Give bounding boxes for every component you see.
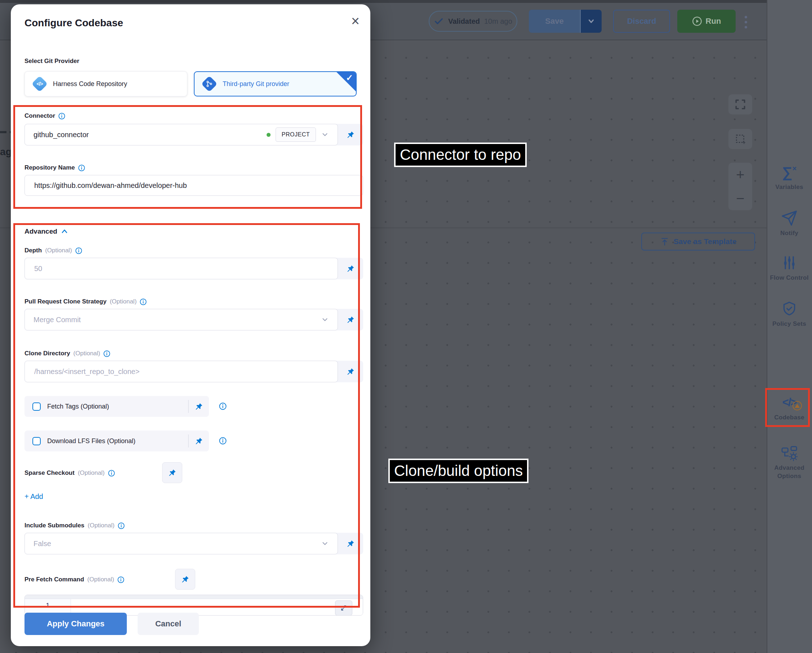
info-icon[interactable] (75, 247, 82, 254)
more-options-menu[interactable] (742, 13, 750, 31)
depth-input[interactable] (34, 264, 329, 273)
save-as-template-button[interactable]: Save as Template (641, 233, 755, 251)
zoom-in-button[interactable]: + (736, 163, 744, 186)
scope-badge: PROJECT (276, 128, 316, 142)
sidebar-item-variables[interactable]: ∑× Variables (766, 163, 812, 191)
advanced-section-toggle[interactable]: Advanced (24, 227, 68, 236)
validated-label: Validated (448, 17, 480, 26)
chevron-down-icon (321, 540, 329, 548)
discard-button[interactable]: Discard (613, 10, 670, 33)
chevron-down-icon (587, 17, 595, 25)
fetch-tags-checkbox[interactable] (32, 402, 41, 411)
sidebar-item-flow-control[interactable]: Flow Control (766, 253, 812, 282)
run-button[interactable]: Run (677, 10, 736, 33)
include-submodules-label: Include Submodules (24, 522, 84, 529)
connector-select[interactable]: github_connector PROJECT (24, 124, 338, 145)
sidebar-item-policy-sets[interactable]: Policy Sets (766, 300, 812, 328)
sidebar-item-label: Policy Sets (769, 320, 809, 328)
download-lfs-label: Download LFS Files (Optional) (47, 437, 188, 445)
harness-code-icon: </> (31, 76, 48, 92)
pr-clone-strategy-pin-button[interactable] (338, 309, 363, 330)
pr-clone-strategy-label: Pull Request Clone Strategy (24, 298, 107, 305)
optional-hint: (Optional) (73, 350, 101, 357)
fullscreen-button[interactable] (728, 94, 752, 114)
sidebar-item-advanced-options[interactable]: Advanced Options (766, 443, 812, 480)
sidebar-item-label: Variables (769, 183, 809, 191)
download-lfs-checkbox[interactable] (32, 437, 41, 445)
zoom-out-button[interactable]: − (736, 186, 744, 210)
validated-status-pill: Validated 10m ago (429, 11, 517, 32)
clone-directory-input[interactable] (34, 367, 329, 376)
info-icon[interactable] (140, 298, 147, 305)
connector-label: Connector (24, 112, 55, 120)
expand-icon (340, 605, 347, 611)
zoom-controls: + − (728, 163, 752, 210)
connector-label-row: Connector (24, 112, 65, 120)
save-button[interactable]: Save (529, 10, 581, 33)
pin-icon (346, 540, 354, 548)
include-submodules-label-row: Include Submodules (Optional) (24, 522, 125, 529)
save-dropdown-button[interactable] (581, 10, 601, 33)
optional-hint: (Optional) (45, 247, 72, 254)
editor-expand-button[interactable] (335, 600, 352, 616)
include-submodules-pin-button[interactable] (338, 533, 363, 554)
info-icon[interactable] (104, 350, 110, 357)
repository-name-input[interactable] (34, 181, 354, 190)
marquee-select-button[interactable] (728, 129, 752, 149)
pre-fetch-command-label-row: Pre Fetch Command (Optional) (24, 576, 124, 583)
info-icon[interactable] (219, 402, 227, 410)
depth-pin-button[interactable] (338, 258, 363, 279)
pr-clone-strategy-value: Merge Commit (34, 316, 316, 324)
info-icon[interactable] (58, 113, 65, 120)
upload-icon (660, 237, 669, 246)
depth-label-row: Depth (Optional) (24, 247, 82, 254)
sidebar-item-notify[interactable]: Notify (766, 209, 812, 237)
info-icon[interactable] (108, 470, 115, 476)
info-icon[interactable] (78, 164, 85, 171)
cancel-button[interactable]: Cancel (137, 613, 199, 635)
clone-directory-pin-button[interactable] (338, 361, 363, 382)
pin-icon (346, 368, 354, 376)
modal-title: Configure Codebase (24, 17, 123, 29)
play-icon (692, 16, 702, 26)
pin-icon (346, 265, 354, 272)
pipeline-studio-screen: ag Validated 10m ago Save Discard Run Sa… (0, 0, 812, 653)
download-lfs-pin-button[interactable] (189, 437, 209, 445)
chevron-down-icon[interactable] (321, 131, 329, 139)
pr-clone-strategy-select[interactable]: Merge Commit (24, 309, 338, 330)
select-git-provider-label: Select Git Provider (24, 58, 79, 65)
info-icon[interactable] (118, 576, 124, 583)
clone-directory-label: Clone Directory (24, 350, 70, 357)
sparse-checkout-pin-button[interactable] (162, 462, 182, 483)
chevron-down-icon (321, 316, 329, 324)
repository-name-label: Repository Name (24, 164, 75, 171)
apply-changes-button[interactable]: Apply Changes (24, 613, 127, 635)
depth-label: Depth (24, 247, 42, 254)
advanced-label: Advanced (24, 227, 57, 236)
save-as-template-label: Save as Template (674, 237, 737, 246)
connector-pin-button[interactable] (338, 124, 363, 145)
optional-hint: (Optional) (78, 469, 105, 476)
optional-hint: (Optional) (87, 522, 114, 529)
validated-time: 10m ago (484, 17, 512, 26)
sidebar-item-label: Notify (769, 229, 809, 237)
sidebar-item-codebase[interactable]: </> Codebase (766, 393, 812, 422)
marquee-select-icon (734, 133, 746, 145)
download-lfs-row: Download LFS Files (Optional) (24, 431, 209, 451)
pre-fetch-command-pin-button[interactable] (175, 569, 195, 590)
optional-hint: (Optional) (87, 576, 114, 583)
close-icon[interactable]: × (351, 14, 360, 28)
save-split-button: Save (529, 10, 601, 33)
add-sparse-checkout-link[interactable]: + Add (24, 492, 43, 501)
fetch-tags-pin-button[interactable] (189, 402, 209, 410)
include-submodules-value: False (34, 540, 316, 548)
info-icon[interactable] (219, 437, 227, 444)
codebase-icon: </> (783, 393, 797, 412)
info-icon[interactable] (118, 522, 125, 529)
provider-option-harness-code[interactable]: </> Harness Code Repository (24, 71, 187, 96)
selected-check-icon: ✓ (346, 73, 353, 83)
pr-clone-strategy-field: Merge Commit (24, 309, 363, 330)
include-submodules-select[interactable]: False (24, 533, 338, 554)
provider-option-third-party[interactable]: Third-party Git provider ✓ (194, 71, 357, 96)
pin-icon (346, 131, 354, 139)
